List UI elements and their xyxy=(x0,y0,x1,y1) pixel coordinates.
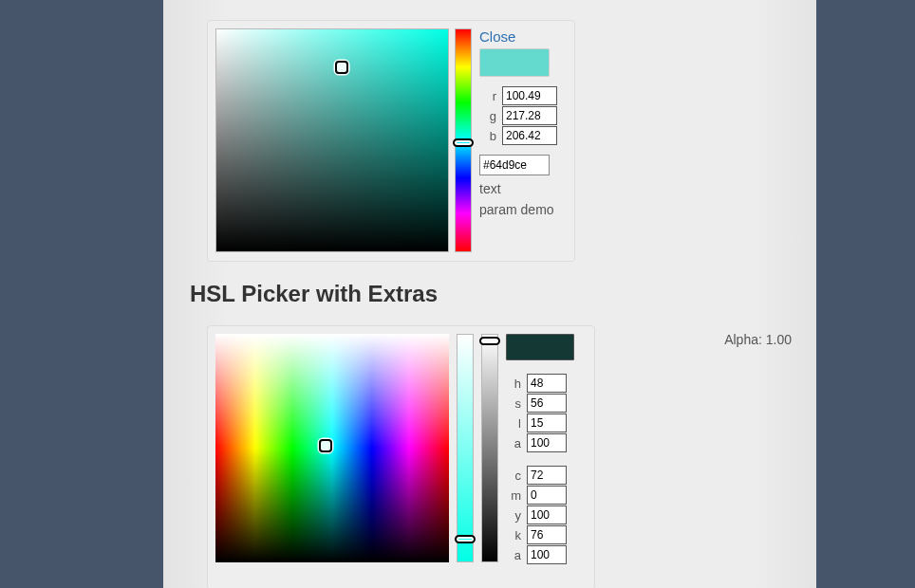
l-input[interactable] xyxy=(527,413,567,432)
app-content: Close r g b text param demo HSL Picker w… xyxy=(163,0,816,588)
h-input[interactable] xyxy=(527,374,567,393)
g-input[interactable] xyxy=(502,106,557,125)
rgb-swatch xyxy=(479,48,550,77)
lightness-slider-thumb[interactable] xyxy=(455,535,476,543)
saturation-value-field[interactable] xyxy=(215,28,449,252)
hsl-side-panel: h s l a c m y k a xyxy=(506,334,587,565)
m-label: m xyxy=(506,488,521,503)
hsl-section-title: HSL Picker with Extras xyxy=(190,281,438,307)
c-input[interactable] xyxy=(527,466,567,485)
h-label: h xyxy=(506,377,521,391)
hue-slider-thumb[interactable] xyxy=(453,138,474,147)
a-label: a xyxy=(506,436,521,450)
r-label: r xyxy=(479,89,496,103)
alpha-readout: Alpha: 1.00 xyxy=(724,332,792,347)
lightness-slider[interactable] xyxy=(457,334,474,562)
c-label: c xyxy=(506,469,521,483)
a2-label: a xyxy=(506,548,521,562)
close-button[interactable]: Close xyxy=(479,28,515,45)
y-label: y xyxy=(506,508,521,523)
text-label: text xyxy=(479,181,567,196)
s-label: s xyxy=(506,396,521,411)
hs-thumb[interactable] xyxy=(319,439,332,452)
rgb-side-panel: Close r g b text param demo xyxy=(479,28,567,217)
g-label: g xyxy=(479,109,496,123)
a-input[interactable] xyxy=(527,433,567,452)
r-input[interactable] xyxy=(502,86,557,105)
param-demo-label: param demo xyxy=(479,202,567,217)
k-input[interactable] xyxy=(527,525,567,544)
alpha-slider-thumb[interactable] xyxy=(479,337,500,345)
b-input[interactable] xyxy=(502,126,557,145)
hex-input[interactable] xyxy=(479,155,550,175)
l-label: l xyxy=(506,416,521,431)
alpha-slider[interactable] xyxy=(481,334,498,562)
hue-saturation-field[interactable] xyxy=(215,334,449,562)
hsl-color-picker: h s l a c m y k a xyxy=(207,325,595,588)
y-input[interactable] xyxy=(527,505,567,524)
hsl-swatch xyxy=(506,334,574,360)
hue-slider[interactable] xyxy=(455,28,472,252)
k-label: k xyxy=(506,528,521,542)
a2-input[interactable] xyxy=(527,545,567,564)
b-label: b xyxy=(479,129,496,143)
rgb-color-picker: Close r g b text param demo xyxy=(207,20,575,262)
sv-thumb[interactable] xyxy=(335,61,348,74)
s-input[interactable] xyxy=(527,394,567,413)
m-input[interactable] xyxy=(527,486,567,505)
